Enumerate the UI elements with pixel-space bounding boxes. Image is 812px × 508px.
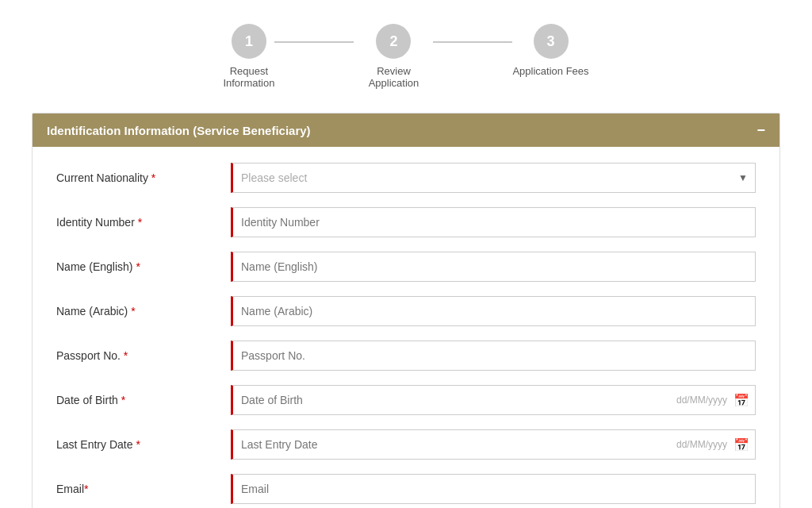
section-header: Identification Information (Service Bene… [33,114,779,147]
name-english-row: Name (English) * [56,252,756,282]
step-3-label: Application Fees [512,65,588,77]
passport-label: Passport No. * [56,349,231,362]
step-1: 1 RequestInformation [223,24,274,89]
stepper: 1 RequestInformation 2 Review Applicatio… [16,24,796,89]
identification-section: Identification Information (Service Bene… [32,113,780,508]
last-entry-required: * [136,438,140,451]
email-row: Email* [56,474,756,504]
nationality-row: Current Nationality * Please select ▼ [56,163,756,193]
nationality-select[interactable]: Please select [231,163,756,193]
name-arabic-input[interactable] [231,296,756,326]
identity-required: * [138,216,142,229]
passport-input[interactable] [231,341,756,371]
identity-number-input[interactable] [231,207,756,237]
page-wrapper: 1 RequestInformation 2 Review Applicatio… [0,0,812,508]
last-entry-row: Last Entry Date * dd/MM/yyyy 📅 [56,429,756,460]
step-1-label: RequestInformation [223,65,274,89]
identity-number-wrapper [231,207,756,237]
email-label: Email* [56,483,231,495]
passport-row: Passport No. * [56,341,756,371]
name-english-required: * [136,260,140,273]
nationality-required: * [151,171,155,184]
nationality-label: Current Nationality * [56,171,231,184]
collapse-button[interactable]: − [756,123,765,137]
step-1-circle: 1 [232,24,266,59]
email-wrapper [231,474,756,504]
name-english-input[interactable] [231,252,756,282]
step-2-label: Review Application [354,65,433,89]
dob-row: Date of Birth * dd/MM/yyyy 📅 [56,385,756,415]
last-entry-label: Last Entry Date * [56,438,231,451]
step-3: 3 Application Fees [512,24,588,77]
dob-wrapper: dd/MM/yyyy 📅 [231,385,756,415]
name-english-label: Name (English) * [56,260,231,273]
step-2-circle: 2 [376,24,411,59]
last-entry-wrapper: dd/MM/yyyy 📅 [231,429,756,460]
identity-number-label: Identity Number * [56,216,231,229]
dob-input[interactable] [231,385,756,415]
name-arabic-label: Name (Arabic) * [56,305,231,318]
name-arabic-wrapper [231,296,756,326]
step-connector-2 [433,41,512,43]
step-3-circle: 3 [534,24,569,59]
name-arabic-row: Name (Arabic) * [56,296,756,326]
dob-required: * [121,394,125,406]
step-connector-1 [274,41,354,43]
name-arabic-required: * [131,305,135,318]
email-input[interactable] [231,474,756,504]
passport-required: * [124,349,128,362]
email-required: * [84,483,88,495]
nationality-wrapper: Please select ▼ [231,163,756,193]
last-entry-input[interactable] [231,429,756,460]
name-english-wrapper [231,252,756,282]
identity-number-row: Identity Number * [56,207,756,237]
section-title: Identification Information (Service Bene… [47,124,311,137]
section-body: Current Nationality * Please select ▼ Id… [33,147,779,508]
step-2: 2 Review Application [354,24,433,89]
passport-wrapper [231,341,756,371]
dob-label: Date of Birth * [56,394,231,406]
